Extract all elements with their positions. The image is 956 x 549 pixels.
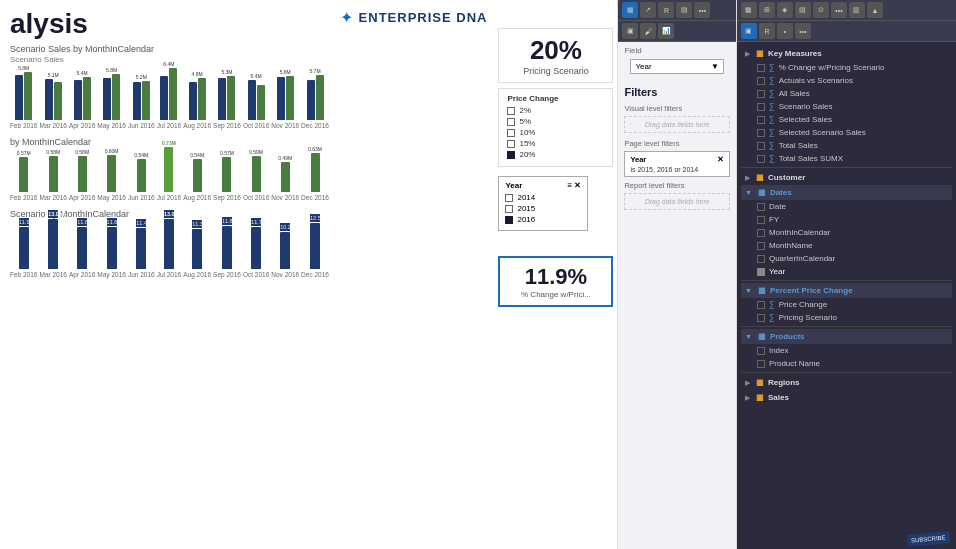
checkbox-total-sumx[interactable] [757,155,765,163]
checkbox-actuals[interactable] [757,77,765,85]
field-label-price-change: Price Change [779,300,827,309]
toolbar-icon-table[interactable]: ▦ [622,2,638,18]
checkbox-20pct[interactable] [507,151,515,159]
chart2-bar-sep: 0.57M Sep 2016 [213,150,241,201]
toolbar-icon-more[interactable]: ••• [694,2,710,18]
field-item-date[interactable]: Date [753,200,952,213]
toolbar-icon-filter[interactable]: ▣ [622,23,638,39]
checkbox-price-change[interactable] [757,301,765,309]
checkbox-2015[interactable] [505,205,513,213]
table-icon-sales: ▦ [756,393,764,402]
rt-icon6[interactable]: ••• [831,2,847,18]
price-item-2pct[interactable]: 2% [507,106,604,115]
field-label-index: Index [769,346,789,355]
checkbox-monthincal[interactable] [757,229,765,237]
checkbox-index[interactable] [757,347,765,355]
section-customer[interactable]: ▶ ▦ Customer [741,170,952,185]
section-key-measures[interactable]: ▶ ▦ Key Measures [741,46,952,61]
chart1-bar-oct: 5.4M Oct 2016 [243,73,269,129]
price-item-20pct[interactable]: 20% [507,150,604,159]
checkbox-year[interactable] [757,268,765,276]
page-filter-label: Page level filters [624,139,730,148]
fields-panel: ▶ ▦ Key Measures ∑ % Change w/Pricing Sc… [737,42,956,409]
year-item-2016[interactable]: 2016 [505,215,581,224]
price-item-15pct[interactable]: 15% [507,139,604,148]
right-toolbar-1: ▦ ⊞ ◈ ▤ ⊙ ••• ▥ ▲ [737,0,956,21]
checkbox-date[interactable] [757,203,765,211]
toolbar-row2: ▣ 🖌 📊 [618,21,736,42]
section-pct-price[interactable]: ▼ ▦ Percent Price Change [741,283,952,298]
drag-area-visual[interactable]: Drag data fields here [624,116,730,133]
field-item-year[interactable]: Year [753,265,952,278]
toolbar-icon-analytics[interactable]: 📊 [658,23,674,39]
rt-icon-active[interactable]: ▣ [741,23,757,39]
field-label-scenario-sales: Scenario Sales [779,102,833,111]
right-toolbar-2: ▣ R • ••• [737,21,956,42]
field-item-fy[interactable]: FY [753,213,952,226]
checkbox-monthname[interactable] [757,242,765,250]
rt-icon8[interactable]: ▲ [867,2,883,18]
rt-icon-dot[interactable]: • [777,23,793,39]
toolbar-icon-r[interactable]: R [658,2,674,18]
rt-icon2[interactable]: ⊞ [759,2,775,18]
customer-label: Customer [768,173,805,182]
field-item-monthname[interactable]: MonthName [753,239,952,252]
toolbar-icon-grid[interactable]: ▤ [676,2,692,18]
checkbox-scenario-sales[interactable] [757,103,765,111]
rt-icon-r2[interactable]: R [759,23,775,39]
checkbox-all-sales[interactable] [757,90,765,98]
checkbox-selected-sales[interactable] [757,116,765,124]
checkbox-fy[interactable] [757,216,765,224]
price-item-5pct[interactable]: 5% [507,117,604,126]
rt-icon7[interactable]: ▥ [849,2,865,18]
toolbar-icon-paint[interactable]: 🖌 [640,23,656,39]
checkbox-2014[interactable] [505,194,513,202]
chart1-bar-sep: 5.3M Sep 2016 [213,69,241,129]
checkbox-pricing-scenario[interactable] [757,314,765,322]
field-item-quarterincal[interactable]: QuarterInCalendar [753,252,952,265]
checkbox-total-sales[interactable] [757,142,765,150]
checkbox-pct-change[interactable] [757,64,765,72]
field-item-selected-sales[interactable]: ∑ Selected Sales [753,113,952,126]
checkbox-5pct[interactable] [507,118,515,126]
year-item-2014[interactable]: 2014 [505,193,581,202]
rt-icon1[interactable]: ▦ [741,2,757,18]
section-regions[interactable]: ▶ ▦ Regions [741,375,952,390]
checkbox-quarterincal[interactable] [757,255,765,263]
section-products[interactable]: ▼ ▦ Products [741,329,952,344]
chart2-bar-aug: 0.54M Aug 2016 [183,152,211,201]
price-item-10pct[interactable]: 10% [507,128,604,137]
field-item-index[interactable]: Index [753,344,952,357]
active-filter-close[interactable]: ✕ [717,155,724,164]
rt-icon-more2[interactable]: ••• [795,23,811,39]
checkbox-sel-scenario[interactable] [757,129,765,137]
field-item-all-sales[interactable]: ∑ All Sales [753,87,952,100]
field-item-scenario-sales[interactable]: ∑ Scenario Sales [753,100,952,113]
section-dates[interactable]: ▼ ▦ Dates [741,185,952,200]
field-item-total-sales[interactable]: ∑ Total Sales [753,139,952,152]
field-item-price-change[interactable]: ∑ Price Change [753,298,952,311]
field-item-actuals[interactable]: ∑ Actuals vs Scenarios [753,74,952,87]
field-item-product-name[interactable]: Product Name [753,357,952,370]
field-item-pricing-scenario[interactable]: ∑ Pricing Scenario [753,311,952,324]
logo-icon: ✦ [340,8,353,27]
field-item-pct-change[interactable]: ∑ % Change w/Pricing Scenario [753,61,952,74]
checkbox-2016[interactable] [505,216,513,224]
rt-icon4[interactable]: ▤ [795,2,811,18]
field-item-sel-scenario-sales[interactable]: ∑ Selected Scenario Sales [753,126,952,139]
field-select-dropdown[interactable]: Year ▼ [630,59,724,74]
rt-icon3[interactable]: ◈ [777,2,793,18]
checkbox-15pct[interactable] [507,140,515,148]
checkbox-product-name[interactable] [757,360,765,368]
drag-area-report[interactable]: Drag data fields here [624,193,730,210]
rt-icon5[interactable]: ⊙ [813,2,829,18]
section-sales[interactable]: ▶ ▦ Sales [741,390,952,405]
year-item-2015[interactable]: 2015 [505,204,581,213]
checkbox-10pct[interactable] [507,129,515,137]
toolbar-icon-chart[interactable]: ↗ [640,2,656,18]
chart2-bar-oct: 0.59M Oct 2016 [243,149,269,201]
field-item-total-sumx[interactable]: ∑ Total Sales SUMX [753,152,952,165]
sales-label: Sales [768,393,789,402]
field-item-monthincal[interactable]: MonthInCalendar [753,226,952,239]
checkbox-2pct[interactable] [507,107,515,115]
